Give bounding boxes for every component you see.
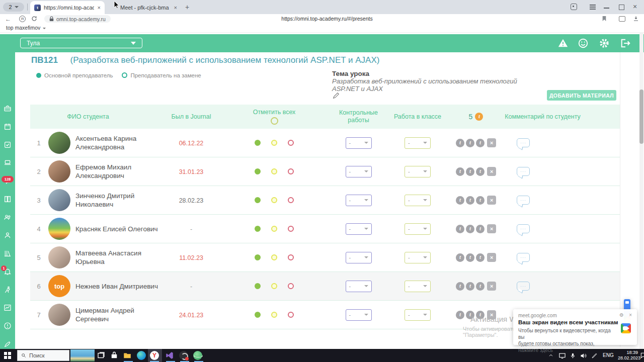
tests-select[interactable]: - [346, 223, 372, 235]
student-person-icon[interactable] [4, 231, 12, 239]
logout-icon[interactable] [620, 38, 631, 49]
coin-button[interactable] [476, 282, 485, 291]
feedback-pen-icon[interactable] [4, 340, 12, 348]
coin-button[interactable] [456, 253, 464, 262]
coin-button[interactable] [466, 167, 474, 176]
comment-icon[interactable] [517, 196, 530, 205]
page-scrollbar-thumb[interactable] [639, 89, 643, 144]
absent-radio[interactable] [288, 312, 294, 318]
menu-icon[interactable] [590, 5, 596, 6]
remove-coins-button[interactable] [487, 224, 496, 233]
coin-button[interactable] [476, 196, 485, 205]
late-radio[interactable] [271, 168, 277, 174]
coin-button[interactable] [456, 139, 464, 147]
coin-button[interactable] [456, 167, 464, 176]
tasks-check-icon[interactable] [4, 141, 12, 149]
absent-radio[interactable] [288, 197, 294, 203]
journal-laptop-icon[interactable] [4, 159, 12, 167]
library-books-icon[interactable] [4, 249, 12, 257]
present-radio[interactable] [255, 226, 261, 232]
absent-radio[interactable] [288, 140, 294, 146]
coin-button[interactable] [456, 225, 464, 233]
restore-window-button[interactable] [619, 5, 624, 10]
tests-select[interactable]: - [346, 281, 372, 292]
close-window-button[interactable] [633, 3, 637, 11]
classwork-select[interactable]: - [405, 195, 431, 206]
edge-browser-icon[interactable] [137, 351, 146, 360]
classwork-select[interactable]: - [405, 223, 431, 235]
tab-counter[interactable]: 2 [3, 3, 24, 12]
absent-radio[interactable] [288, 254, 294, 260]
coin-button[interactable] [456, 196, 464, 205]
stats-chart-icon[interactable] [4, 304, 12, 312]
coin-button[interactable] [466, 225, 474, 233]
classwork-select[interactable]: - [405, 309, 431, 321]
bookmark-icon[interactable] [602, 16, 607, 22]
yandex-home-icon[interactable] [19, 16, 26, 22]
smiley-icon[interactable] [578, 38, 589, 49]
visual-studio-icon[interactable] [165, 351, 174, 360]
meet-notification[interactable]: meet.google.com ⚙ × Ваш экран виден всем… [513, 309, 637, 345]
coin-button[interactable] [456, 282, 464, 291]
present-radio[interactable] [255, 283, 261, 289]
classwork-select[interactable]: - [405, 281, 431, 292]
coin-button[interactable] [476, 139, 485, 147]
classwork-select[interactable]: - [405, 137, 431, 149]
late-radio[interactable] [271, 140, 277, 146]
alerts-exclamation-icon[interactable] [4, 322, 12, 330]
coin-button[interactable] [476, 167, 485, 176]
schedule-calendar-icon[interactable] [4, 123, 12, 131]
present-radio[interactable] [255, 140, 261, 146]
reload-icon[interactable] [31, 16, 37, 22]
remove-coins-button[interactable] [487, 138, 496, 147]
remove-coins-button[interactable] [487, 167, 496, 176]
remove-coins-button[interactable] [487, 253, 496, 262]
city-selector[interactable]: Тула [20, 38, 142, 48]
remove-coins-button[interactable] [487, 196, 496, 205]
comment-icon[interactable] [517, 224, 530, 233]
late-radio[interactable] [271, 254, 277, 260]
comment-icon[interactable] [517, 253, 530, 262]
classwork-select[interactable]: - [405, 166, 431, 177]
browser-extension-icon[interactable] [571, 4, 577, 10]
homework-book-icon[interactable] [4, 195, 12, 203]
late-radio[interactable] [271, 226, 277, 232]
full-url-text[interactable]: https://omni.top-academy.ru/#/presents [201, 16, 453, 22]
mark-all-radio[interactable] [271, 117, 278, 125]
coin-button[interactable] [466, 253, 474, 262]
minimize-window-button[interactable] [604, 8, 609, 9]
close-tab-icon[interactable]: × [98, 5, 101, 11]
tests-select[interactable]: - [346, 252, 372, 263]
present-radio[interactable] [255, 312, 261, 318]
yandex-browser-icon[interactable] [150, 351, 159, 360]
notification-settings-icon[interactable]: ⚙ [619, 312, 624, 318]
page-scrollbar-track[interactable] [639, 32, 643, 349]
coin-button[interactable] [456, 311, 464, 319]
groups-people-icon[interactable] [4, 213, 12, 221]
new-tab-button[interactable] [183, 3, 191, 11]
action-center-icon[interactable] [640, 352, 644, 359]
url-origin-pill[interactable]: omni.top-academy.ru [44, 15, 111, 23]
classwork-select[interactable]: - [405, 252, 431, 263]
news-widget-thumbnail[interactable] [70, 349, 95, 361]
tab-omni[interactable]: t https://omni.top-acaden × [30, 1, 105, 14]
late-radio[interactable] [271, 312, 277, 318]
warning-icon[interactable] [557, 38, 569, 49]
taskbar-search[interactable]: Поиск [17, 350, 69, 361]
late-radio[interactable] [271, 197, 277, 203]
comment-icon[interactable] [517, 282, 530, 291]
coin-button[interactable] [476, 253, 485, 262]
comment-icon[interactable] [517, 138, 530, 147]
late-radio[interactable] [271, 283, 277, 289]
back-button[interactable] [5, 16, 11, 23]
collections-icon[interactable] [619, 16, 625, 22]
notification-close-icon[interactable]: × [629, 312, 632, 318]
coin-button[interactable] [476, 225, 485, 233]
edit-topic-icon[interactable] [333, 92, 340, 99]
tray-chevron-icon[interactable] [548, 353, 553, 358]
coin-button[interactable] [466, 196, 474, 205]
add-material-button[interactable]: ДОБАВИТЬ МАТЕРИАЛ [547, 90, 616, 101]
absent-radio[interactable] [288, 283, 294, 289]
store-icon[interactable] [110, 351, 119, 360]
briefcase-icon[interactable] [4, 105, 12, 113]
